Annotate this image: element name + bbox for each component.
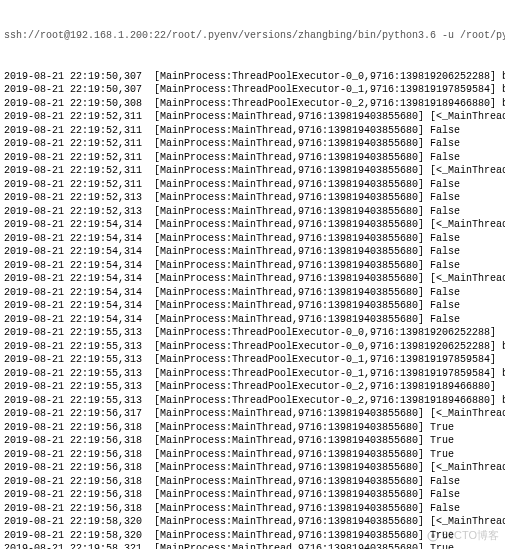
log-line: 2019-08-21 22:19:52,311 [MainProcess:Mai… [4,110,501,124]
log-line: 2019-08-21 22:19:52,311 [MainProcess:Mai… [4,164,501,178]
log-line: 2019-08-21 22:19:54,314 [MainProcess:Mai… [4,272,501,286]
log-line: 2019-08-21 22:19:56,318 [MainProcess:Mai… [4,461,501,475]
log-line: 2019-08-21 22:19:55,313 [MainProcess:Thr… [4,394,501,408]
log-line: 2019-08-21 22:19:50,308 [MainProcess:Thr… [4,97,501,111]
log-line: 2019-08-21 22:19:52,311 [MainProcess:Mai… [4,151,501,165]
log-line: 2019-08-21 22:19:55,313 [MainProcess:Thr… [4,340,501,354]
log-line: 2019-08-21 22:19:56,318 [MainProcess:Mai… [4,475,501,489]
log-line: 2019-08-21 22:19:54,314 [MainProcess:Mai… [4,218,501,232]
log-line: 2019-08-21 22:19:52,313 [MainProcess:Mai… [4,191,501,205]
log-container: 2019-08-21 22:19:50,307 [MainProcess:Thr… [4,70,501,550]
watermark-text: 51CTO博客 [442,528,499,543]
log-line: 2019-08-21 22:19:54,314 [MainProcess:Mai… [4,313,501,327]
log-line: 2019-08-21 22:19:54,314 [MainProcess:Mai… [4,259,501,273]
log-line: 2019-08-21 22:19:56,318 [MainProcess:Mai… [4,502,501,516]
log-line: 2019-08-21 22:19:56,318 [MainProcess:Mai… [4,448,501,462]
log-line: 2019-08-21 22:19:50,307 [MainProcess:Thr… [4,83,501,97]
log-line: 2019-08-21 22:19:56,318 [MainProcess:Mai… [4,488,501,502]
watermark-icon [427,530,439,542]
command-header: ssh://root@192.168.1.200:22/root/.pyenv/… [4,29,501,43]
log-line: 2019-08-21 22:19:52,311 [MainProcess:Mai… [4,124,501,138]
log-line: 2019-08-21 22:19:52,311 [MainProcess:Mai… [4,137,501,151]
log-line: 2019-08-21 22:19:50,307 [MainProcess:Thr… [4,70,501,84]
log-line: 2019-08-21 22:19:56,318 [MainProcess:Mai… [4,421,501,435]
watermark: 51CTO博客 [427,528,499,543]
log-line: 2019-08-21 22:19:56,317 [MainProcess:Mai… [4,407,501,421]
log-line: 2019-08-21 22:19:54,314 [MainProcess:Mai… [4,245,501,259]
log-line: 2019-08-21 22:19:54,314 [MainProcess:Mai… [4,232,501,246]
svg-point-1 [431,534,435,538]
console-output: ssh://root@192.168.1.200:22/root/.pyenv/… [0,0,505,549]
log-line: 2019-08-21 22:19:52,311 [MainProcess:Mai… [4,178,501,192]
log-line: 2019-08-21 22:19:55,313 [MainProcess:Thr… [4,353,501,367]
log-line: 2019-08-21 22:19:54,314 [MainProcess:Mai… [4,286,501,300]
log-line: 2019-08-21 22:19:55,313 [MainProcess:Thr… [4,367,501,381]
log-line: 2019-08-21 22:19:54,314 [MainProcess:Mai… [4,299,501,313]
log-line: 2019-08-21 22:19:52,313 [MainProcess:Mai… [4,205,501,219]
log-line: 2019-08-21 22:19:56,318 [MainProcess:Mai… [4,434,501,448]
log-line: 2019-08-21 22:19:58,320 [MainProcess:Mai… [4,515,501,529]
log-line: 2019-08-21 22:19:55,313 [MainProcess:Thr… [4,380,501,394]
log-line: 2019-08-21 22:19:58,321 [MainProcess:Mai… [4,542,501,549]
log-line: 2019-08-21 22:19:55,313 [MainProcess:Thr… [4,326,501,340]
